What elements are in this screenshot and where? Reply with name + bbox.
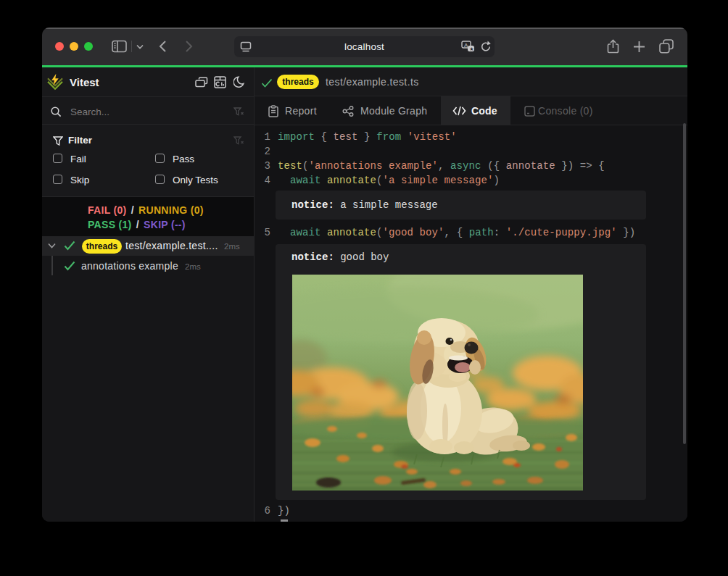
svg-text:★: ★ (469, 46, 473, 51)
